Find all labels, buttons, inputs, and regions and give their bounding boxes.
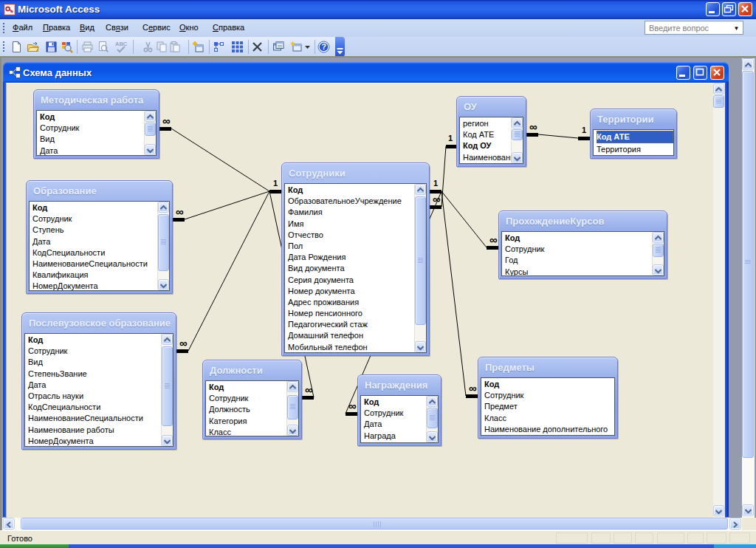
svg-text:ABC: ABC (115, 41, 128, 47)
svg-text:?: ? (322, 42, 326, 51)
